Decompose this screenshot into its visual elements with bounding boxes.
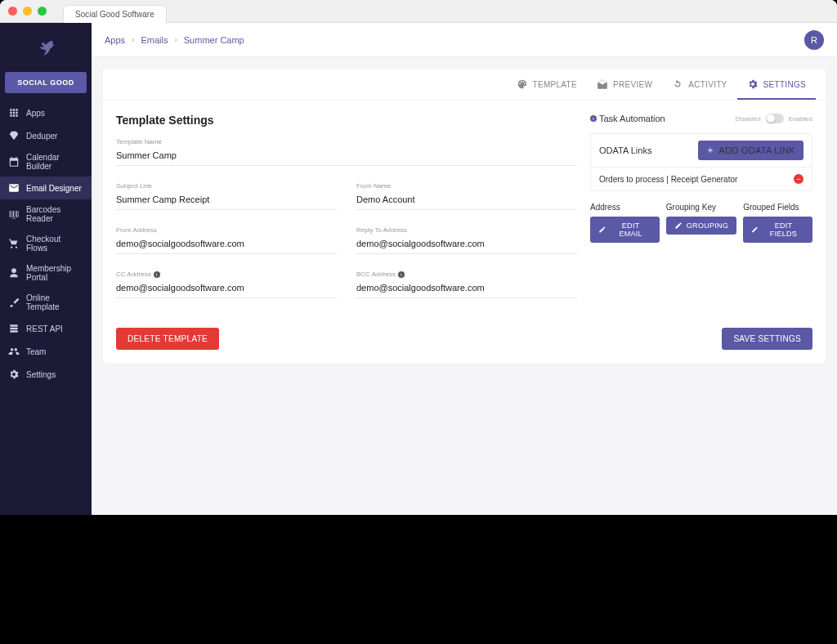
sidebar-item-label: Online Template: [26, 293, 83, 311]
sidebar-item-apps[interactable]: Apps: [0, 101, 92, 124]
col-fields: Grouped Fields EDIT FIELDS: [743, 203, 812, 243]
sidebar-item-label: Checkout Flows: [26, 235, 83, 253]
breadcrumb-emails[interactable]: Emails: [141, 35, 168, 45]
edit-fields-button[interactable]: EDIT FIELDS: [743, 217, 812, 243]
field-label: From Address: [116, 226, 337, 234]
field-reply-to: Reply To Address: [356, 226, 577, 254]
col-label: Grouped Fields: [743, 203, 812, 212]
odata-title: ODATA Links: [599, 145, 651, 155]
sidebar-item-label: Team: [26, 347, 46, 356]
field-from-name: From Name: [356, 182, 577, 210]
toggle-enabled-label: Enabled: [789, 115, 812, 123]
field-label: Reply To Address: [356, 226, 577, 234]
col-label: Grouping Key: [666, 203, 736, 212]
field-cc: CC Addressi: [116, 271, 337, 298]
from-address-input[interactable]: [116, 237, 337, 250]
sidebar-item-label: Membership Portal: [26, 264, 83, 282]
refresh-icon: [672, 78, 683, 90]
remove-icon[interactable]: −: [794, 174, 803, 184]
sidebar-item-email-designer[interactable]: Email Designer: [0, 177, 92, 199]
sidebar-item-rest-api[interactable]: REST API: [0, 317, 92, 340]
task-automation-toggle-wrap: Disabled Enabled: [736, 114, 813, 123]
field-template-name: Template Name: [116, 138, 577, 166]
field-label: Subject Line: [116, 182, 337, 190]
breadcrumb: Apps › Emails › Summer Camp: [105, 35, 244, 45]
browser-tab[interactable]: Social Good Software: [63, 5, 167, 23]
tab-label: SETTINGS: [763, 80, 806, 89]
sidebar-item-deduper[interactable]: Deduper: [0, 124, 92, 147]
chevron-right-icon: ›: [174, 35, 177, 44]
cc-input[interactable]: [116, 281, 337, 294]
org-selector-button[interactable]: SOCIAL GOOD: [5, 72, 87, 93]
edit-email-button[interactable]: EDIT EMAIL: [590, 217, 660, 243]
api-icon: [8, 323, 20, 334]
field-from-address: From Address: [116, 226, 337, 254]
apps-icon: [8, 107, 20, 119]
bcc-input[interactable]: [356, 281, 577, 294]
mail-open-icon: [597, 78, 608, 90]
three-columns: Address EDIT EMAIL Grouping Key: [590, 203, 812, 243]
delete-template-button[interactable]: DELETE TEMPLATE: [116, 328, 219, 350]
close-window-icon[interactable]: [8, 7, 17, 16]
info-icon[interactable]: i: [398, 271, 405, 278]
odata-row[interactable]: Orders to process | Receipt Generator −: [591, 167, 812, 190]
footer-buttons: DELETE TEMPLATE SAVE SETTINGS: [103, 328, 826, 363]
odata-links-box: ODATA Links ADD ODATA LINK Orders to pro…: [590, 133, 812, 191]
subject-line-input[interactable]: [116, 193, 337, 206]
save-settings-button[interactable]: SAVE SETTINGS: [722, 328, 812, 350]
tab-label: ACTIVITY: [688, 80, 727, 89]
info-icon[interactable]: i: [590, 115, 597, 122]
field-label: Template Name: [116, 138, 577, 145]
user-icon: [8, 267, 20, 279]
add-odata-link-button[interactable]: ADD ODATA LINK: [698, 141, 803, 160]
app-window: Social Good Software SOCIAL GOOD Apps De…: [0, 0, 837, 515]
from-name-input[interactable]: [356, 193, 577, 206]
nav: Apps Deduper Calendar Builder Email Desi…: [0, 101, 92, 515]
tab-activity[interactable]: ACTIVITY: [662, 69, 736, 100]
main: Apps › Emails › Summer Camp R TEMPLATE: [92, 23, 837, 515]
reply-to-input[interactable]: [356, 237, 577, 250]
tab-template[interactable]: TEMPLATE: [507, 69, 587, 100]
info-icon[interactable]: i: [154, 271, 160, 278]
sidebar: SOCIAL GOOD Apps Deduper Calendar Builde…: [0, 23, 92, 515]
sidebar-item-barcodes[interactable]: Barcodes Reader: [0, 199, 92, 229]
template-name-input[interactable]: [116, 149, 577, 162]
sidebar-item-checkout[interactable]: Checkout Flows: [0, 229, 92, 258]
settings-panel: Template Settings Template Name Subject …: [103, 101, 826, 328]
avatar[interactable]: R: [804, 30, 824, 50]
tab-settings[interactable]: SETTINGS: [737, 69, 816, 100]
page-title: Template Settings: [116, 114, 577, 127]
field-subject-line: Subject Line: [116, 182, 337, 210]
sidebar-item-settings[interactable]: Settings: [0, 363, 92, 386]
team-icon: [8, 346, 20, 357]
sidebar-item-label: REST API: [26, 324, 63, 333]
calendar-icon: [8, 156, 20, 168]
topbar: Apps › Emails › Summer Camp R: [92, 23, 837, 57]
sidebar-item-team[interactable]: Team: [0, 340, 92, 363]
chevron-right-icon: ›: [132, 35, 134, 44]
breadcrumb-current[interactable]: Summer Camp: [184, 35, 244, 45]
pencil-icon: [674, 221, 683, 230]
content-card: TEMPLATE PREVIEW ACTIVITY SETTINGS: [103, 69, 826, 363]
tab-label: PREVIEW: [613, 80, 652, 89]
content-tabs: TEMPLATE PREVIEW ACTIVITY SETTINGS: [103, 69, 826, 101]
pencil-icon: [751, 226, 759, 234]
app-body: SOCIAL GOOD Apps Deduper Calendar Builde…: [0, 23, 837, 515]
task-automation-toggle[interactable]: [766, 114, 784, 123]
pencil-icon: [598, 226, 606, 234]
sidebar-item-online-template[interactable]: Online Template: [0, 288, 92, 317]
sidebar-item-label: Settings: [26, 370, 56, 379]
grouping-button[interactable]: GROUPING: [666, 217, 736, 235]
sidebar-item-label: Deduper: [26, 132, 57, 141]
maximize-window-icon[interactable]: [38, 7, 47, 16]
hummingbird-icon: [36, 38, 56, 57]
col-address: Address EDIT EMAIL: [590, 203, 660, 243]
settings-icon: [8, 369, 20, 380]
sidebar-item-membership[interactable]: Membership Portal: [0, 258, 92, 288]
deduper-icon: [8, 130, 20, 141]
sidebar-item-label: Calendar Builder: [26, 153, 83, 171]
sidebar-item-calendar[interactable]: Calendar Builder: [0, 147, 92, 177]
minimize-window-icon[interactable]: [23, 7, 32, 16]
tab-preview[interactable]: PREVIEW: [587, 69, 662, 100]
breadcrumb-apps[interactable]: Apps: [105, 35, 125, 45]
